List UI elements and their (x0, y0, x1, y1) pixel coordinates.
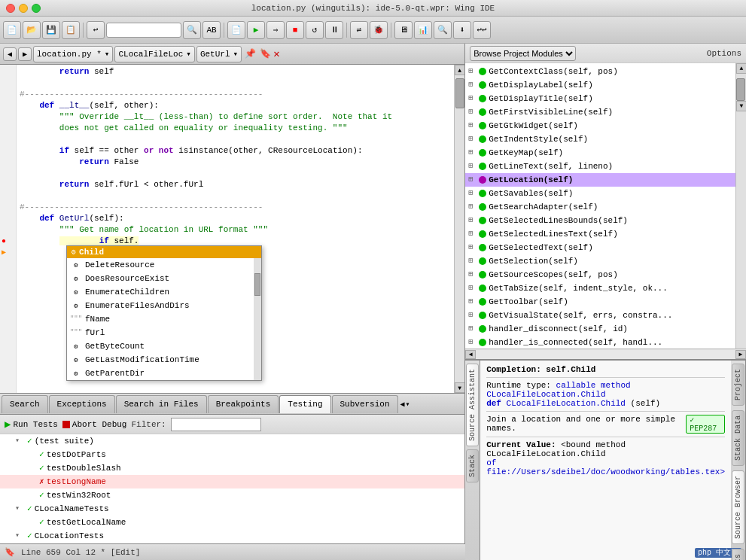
current-value-link[interactable]: of file://Users/sdeibel/doc/woodworking/… (486, 458, 725, 476)
scroll-left-arrow[interactable]: ◀ (465, 350, 476, 359)
tool4-button[interactable]: ⬇ (453, 21, 471, 39)
vtab-stack[interactable]: Stack (466, 449, 479, 482)
module-item[interactable]: ⊞ GetSelectedText(self) (465, 241, 735, 254)
tab-search[interactable]: Search (2, 395, 48, 413)
ac-item-DeleteResource[interactable]: ⚙ DeleteResource (67, 258, 261, 272)
ac-item-GetParentDir[interactable]: ⚙ GetParentDir (67, 367, 261, 380)
scroll-up-arrow[interactable]: ▲ (736, 63, 746, 74)
ac-scrollbar[interactable] (254, 258, 261, 380)
scroll-down-arrow[interactable]: ▼ (455, 382, 465, 393)
scroll-thumb[interactable] (455, 78, 464, 108)
pause-button[interactable]: ⏸ (325, 21, 343, 39)
tab-search-in-files[interactable]: Search in Files (116, 395, 207, 413)
module-item[interactable]: ⊞ GetToolbar(self) (465, 295, 735, 309)
module-item[interactable]: ⊞ GetSelectedLinesText(self) (465, 227, 735, 241)
module-scrollbar[interactable]: ▲ ▼ (735, 63, 746, 348)
undo-button[interactable]: ↩ (87, 21, 105, 39)
class-selector[interactable]: CLocalFileLoc ▾ (114, 46, 194, 62)
module-item[interactable]: ⊞ GetVisualState(self, errs, constra... (465, 309, 735, 322)
ac-item-fUrl[interactable]: """ fUrl (67, 326, 261, 339)
browse-module-selector[interactable]: Browse Project Modules (470, 46, 576, 61)
tab-testing[interactable]: Testing (279, 395, 330, 413)
ac-item-GetByteCount[interactable]: ⚙ GetByteCount (67, 339, 261, 353)
vtab-project[interactable]: Project (732, 364, 744, 406)
save-file-button[interactable]: 💾 (42, 21, 60, 39)
module-item[interactable]: ⊞ handler_disconnect(self, id) (465, 322, 735, 336)
scroll-right-arrow[interactable]: ▶ (735, 350, 746, 359)
scroll-thumb[interactable] (736, 78, 745, 101)
module-item[interactable]: ⊞ GetIndentStyle(self) (465, 132, 735, 146)
restart-button[interactable]: ↺ (306, 21, 324, 39)
module-item[interactable]: ⊞ GetDisplayTitle(self) (465, 92, 735, 105)
options-link[interactable]: Options (707, 49, 741, 58)
def-method-link[interactable]: CLocalFileLocation.Child (507, 399, 626, 408)
vtab-source-browser[interactable]: Source Browser (732, 470, 744, 544)
tab-subversion[interactable]: Subversion (332, 395, 398, 413)
bookmark-button[interactable]: 🔖 (258, 47, 272, 61)
module-item[interactable]: ⊞ GetSourceScopes(self, pos) (465, 268, 735, 282)
tool1-button[interactable]: 🖥 (394, 21, 413, 39)
ac-item-GetLastModificationTime[interactable]: ⚙ GetLastModificationTime (67, 353, 261, 367)
test-item-longname[interactable]: ✗ testLongName (0, 475, 464, 488)
close-button[interactable] (6, 4, 15, 13)
nav-back-button[interactable]: ◀ (3, 47, 17, 61)
tool3-button[interactable]: 🔍 (434, 21, 452, 39)
stop-button[interactable]: ■ (286, 21, 304, 39)
module-item[interactable]: ⊞ GetContextClass(self, pos) (465, 65, 735, 78)
runtime-type-value[interactable]: callable method (556, 381, 631, 390)
test-suite-curl[interactable]: ▾ ✓ CUrlTests (0, 543, 464, 543)
vtab-source-assistant[interactable]: Source Assistant (466, 364, 479, 446)
test-item-doubleslash[interactable]: ✓ testDoubleSlash (0, 461, 464, 475)
module-item[interactable]: ⊞ GetSavables(self) (465, 187, 735, 200)
minimize-button[interactable] (19, 4, 28, 13)
search-button[interactable]: 🔍 (183, 21, 201, 39)
test-suite-clocalname[interactable]: ▾ ✓ CLocalNameTests (0, 502, 464, 516)
ac-item-DoesResourceExist[interactable]: ⚙ DoesResourceExist (67, 272, 261, 285)
close-tab-button[interactable]: ✕ (273, 47, 279, 60)
toolbar-search-input[interactable] (106, 23, 181, 38)
method-selector[interactable]: GetUrl ▾ (196, 46, 242, 62)
test-item-dotparts[interactable]: ✓ testDotParts (0, 448, 464, 461)
maximize-button[interactable] (32, 4, 41, 13)
module-item[interactable]: ⊞ GetSelection(self) (465, 254, 735, 268)
replace-button[interactable]: AB (202, 21, 221, 39)
ac-item-EnumerateChildren[interactable]: ⚙ EnumerateChildren (67, 285, 261, 299)
gutter-line-breakpoint[interactable] (0, 236, 16, 247)
tab-dropdown[interactable]: ▾ (406, 400, 410, 409)
tab-exceptions[interactable]: Exceptions (49, 395, 115, 413)
step-over-button[interactable]: ⇒ (266, 21, 285, 39)
filter-input[interactable] (171, 418, 261, 431)
module-item[interactable]: ⊞ GetSearchAdapter(self) (465, 200, 735, 214)
tool5-button[interactable]: ↩↩ (473, 21, 491, 39)
module-item-getlocation[interactable]: ⊞ GetLocation(self) (465, 173, 735, 187)
pin-button[interactable]: 📌 (243, 47, 257, 61)
open-file-button[interactable]: 📂 (23, 21, 41, 39)
ac-item-fName[interactable]: """ fName (67, 312, 261, 326)
test-item-getlocalname[interactable]: ✓ testGetLocalName (0, 516, 464, 529)
scroll-down-arrow[interactable]: ▼ (736, 101, 746, 111)
runtime-class-link[interactable]: CLocalFileLocation.Child (486, 390, 605, 399)
vtab-snippets[interactable]: Snippets (732, 549, 744, 560)
run-tests-button[interactable]: ▶ Run Tests (5, 418, 58, 431)
connect-button[interactable]: ⇌ (350, 21, 368, 39)
file-selector[interactable]: location.py * ▾ (33, 46, 113, 62)
vtab-stack-data[interactable]: Stack Data (732, 410, 744, 466)
module-item[interactable]: ⊞ GetTabSize(self, indent_style, ok... (465, 282, 735, 295)
module-item[interactable]: ⊞ GetKeyMap(self) (465, 146, 735, 160)
module-item[interactable]: ⊞ GetSelectedLinesBounds(self) (465, 214, 735, 227)
module-item[interactable]: ⊞ handler_is_connected(self, handl... (465, 336, 735, 348)
test-item-win32root[interactable]: ✓ testWin32Root (0, 488, 464, 502)
module-item[interactable]: ⊞ GetLineText(self, lineno) (465, 160, 735, 173)
scroll-up-arrow[interactable]: ▲ (455, 65, 465, 75)
tab-breakpoints[interactable]: Breakpoints (208, 395, 279, 413)
nav-forward-button[interactable]: ▶ (18, 47, 32, 61)
module-item[interactable]: ⊞ GetGtkWidget(self) (465, 119, 735, 132)
ac-item-EnumerateFilesAndDirs[interactable]: ⚙ EnumerateFilesAndDirs (67, 299, 261, 312)
test-suite-root[interactable]: ▾ ✓ (test suite) (0, 434, 464, 448)
debug-button[interactable]: 🐞 (370, 21, 388, 39)
test-suite-clocation[interactable]: ▾ ✓ CLocationTests (0, 529, 464, 543)
abort-debug-button[interactable]: Abort Debug (62, 420, 127, 429)
tab-scroll-left[interactable]: ◀ (400, 400, 405, 409)
open-doc-button[interactable]: 📄 (227, 21, 245, 39)
module-item[interactable]: ⊞ GetFirstVisibleLine(self) (465, 105, 735, 119)
